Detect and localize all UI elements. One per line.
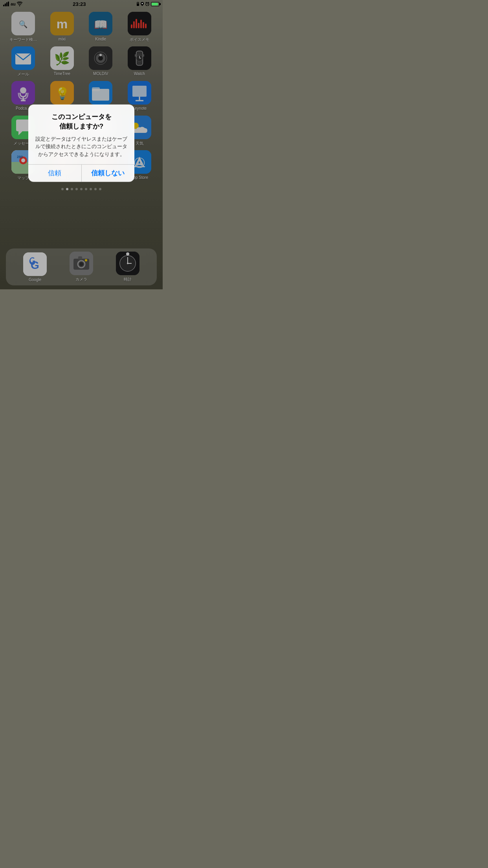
svg-line-97: [148, 2, 149, 3]
dialog-title: このコンピュータを信頼しますか?: [35, 112, 128, 131]
svg-rect-91: [137, 4, 139, 6]
svg-line-96: [146, 2, 147, 3]
status-left: au: [3, 2, 22, 6]
dialog-message: 設定とデータはワイヤレスまたはケーブルで接続されたときにこのコンピュータからアク…: [35, 135, 128, 158]
svg-point-92: [142, 3, 143, 4]
signal-icon: [3, 2, 9, 6]
battery-icon: [151, 2, 160, 6]
carrier-label: au: [11, 2, 16, 6]
svg-rect-90: [8, 2, 9, 6]
svg-rect-88: [5, 4, 6, 6]
dialog-content: このコンピュータを信頼しますか? 設定とデータはワイヤレスまたはケーブルで接続さ…: [28, 105, 134, 164]
status-time: 23:23: [73, 1, 86, 7]
dialog-buttons: 信頼 信頼しない: [28, 164, 134, 182]
status-bar: au 23:23: [0, 0, 163, 8]
dont-trust-button[interactable]: 信頼しない: [82, 164, 135, 182]
svg-rect-87: [3, 5, 4, 6]
status-right: [136, 2, 160, 6]
lock-icon: [136, 2, 139, 6]
trust-dialog: このコンピュータを信頼しますか? 設定とデータはワイヤレスまたはケーブルで接続さ…: [28, 105, 134, 182]
location-icon: [141, 2, 144, 6]
wifi-icon: [17, 2, 22, 6]
trust-button[interactable]: 信頼: [28, 164, 82, 182]
alarm-icon: [145, 2, 150, 6]
svg-rect-89: [6, 2, 7, 6]
